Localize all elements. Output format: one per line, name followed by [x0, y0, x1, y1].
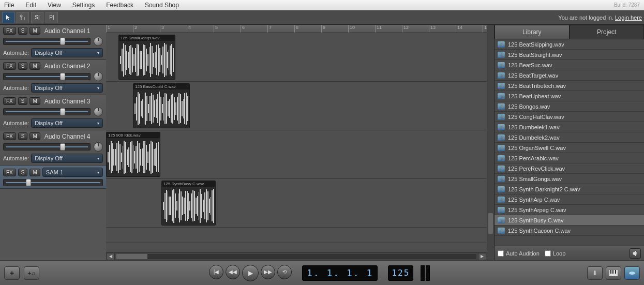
automate-label: Automate: — [3, 120, 29, 126]
solo-button[interactable]: S — [18, 62, 28, 70]
track-row[interactable]: 125 BassCupid C.wav — [106, 82, 487, 130]
fx-button[interactable]: FX — [3, 27, 16, 35]
volume-slider[interactable] — [3, 73, 91, 80]
pan-knob[interactable] — [94, 37, 103, 46]
channel-name[interactable]: Audio Channel 3 — [44, 98, 91, 105]
library-item[interactable]: 125 BeatStraight.wav — [495, 50, 644, 60]
channel-name[interactable]: Audio Channel 2 — [44, 63, 91, 70]
menu-view[interactable]: View — [48, 2, 61, 9]
volume-slider[interactable] — [3, 143, 91, 151]
piano-button[interactable] — [606, 266, 621, 280]
forward-button[interactable]: ▶▶ — [261, 265, 275, 279]
track-row[interactable]: 125 909 Kick.wav — [106, 130, 487, 179]
scroll-left-icon[interactable]: ◀ — [107, 253, 115, 260]
library-item[interactable]: 125 SmallGongs.wav — [495, 174, 644, 184]
audio-clip[interactable]: 125 SmallGongs.wav — [118, 35, 175, 80]
tool-draw[interactable]: P| — [46, 12, 58, 23]
track-row[interactable]: 125 SynthBusy C.wav — [106, 179, 487, 228]
mute-button[interactable]: M — [29, 97, 40, 105]
vertical-scrollbar[interactable] — [487, 25, 494, 260]
loop-button[interactable]: ⟲ — [277, 265, 292, 279]
horizontal-scrollbar[interactable]: ◀ ▶ — [106, 252, 487, 260]
fx-button[interactable]: FX — [3, 169, 16, 176]
solo-button[interactable]: S — [18, 97, 28, 105]
library-item[interactable]: 125 BeatUpbeat.wav — [495, 91, 644, 101]
audio-clip[interactable]: 125 909 Kick.wav — [106, 132, 160, 177]
menu-file[interactable]: File — [4, 2, 14, 9]
menu-edit[interactable]: Edit — [25, 2, 36, 9]
volume-slider[interactable] — [3, 108, 91, 115]
vscroll-thumb[interactable] — [488, 213, 493, 234]
library-item[interactable]: 125 Dumbelek2.wav — [495, 132, 644, 143]
channel-name[interactable]: Audio Channel 4 — [44, 133, 91, 140]
library-item[interactable]: 125 SynthArpeg C.wav — [495, 205, 644, 215]
mute-button[interactable]: M — [29, 169, 40, 176]
library-item[interactable]: 125 SynthArp C.wav — [495, 194, 644, 205]
library-item[interactable]: 125 SynthBusy C.wav — [495, 215, 644, 226]
tempo-display[interactable]: 125 — [388, 265, 413, 281]
library-item[interactable]: 125 CongHatClav.wav — [495, 112, 644, 122]
fx-button[interactable]: FX — [3, 97, 16, 105]
scroll-right-icon[interactable]: ▶ — [478, 253, 486, 260]
volume-slider[interactable] — [3, 38, 91, 45]
fx-button[interactable]: FX — [3, 132, 16, 140]
fx-button[interactable]: FX — [3, 62, 16, 70]
volume-slider[interactable] — [3, 179, 103, 186]
library-item[interactable]: 125 OrganSwell C.wav — [495, 143, 644, 153]
library-item[interactable]: 125 PercRevClick.wav — [495, 163, 644, 174]
position-display[interactable]: 1. 1. 1. 1 — [302, 265, 378, 281]
library-item[interactable]: 125 PercArabic.wav — [495, 153, 644, 163]
track-row[interactable] — [106, 228, 487, 243]
mute-button[interactable]: M — [29, 132, 40, 140]
library-item[interactable]: 125 Dumbelek1.wav — [495, 122, 644, 132]
speaker-icon[interactable] — [630, 248, 641, 259]
automate-select[interactable]: Display Off — [31, 48, 103, 57]
login-link[interactable]: Login here — [615, 14, 642, 21]
tracks-area[interactable]: 125 SmallGongs.wav125 BassCupid C.wav125… — [106, 33, 487, 252]
pan-knob[interactable] — [94, 72, 103, 81]
timeline-ruler[interactable]: 123456789101112131415 — [106, 25, 487, 33]
library-item[interactable]: 125 BeatTarget.wav — [495, 70, 644, 81]
automate-select[interactable]: Display Off — [31, 154, 103, 163]
instrument-select[interactable]: SAM-1 — [42, 168, 103, 177]
pan-knob[interactable] — [94, 142, 103, 152]
solo-button[interactable]: S — [18, 27, 28, 35]
automate-select[interactable]: Display Off — [31, 83, 103, 93]
menu-sound-shop[interactable]: Sound Shop — [145, 2, 179, 9]
pan-knob[interactable] — [94, 107, 103, 116]
library-list[interactable]: 125 BeatSkipping.wav125 BeatStraight.wav… — [495, 39, 644, 246]
solo-button[interactable]: S — [18, 169, 28, 176]
tool-split[interactable]: S| — [31, 12, 43, 23]
rewind-start-button[interactable]: |◀ — [209, 265, 223, 279]
track-row[interactable]: 125 SmallGongs.wav — [106, 33, 487, 82]
rewind-button[interactable]: ◀◀ — [226, 265, 240, 279]
download-button[interactable]: ⬇ — [587, 266, 603, 280]
scroll-thumb[interactable] — [116, 254, 147, 259]
auto-audition-checkbox[interactable]: Auto Audition — [498, 250, 540, 257]
library-item[interactable]: 125 BeatTribetech.wav — [495, 81, 644, 91]
tab-library[interactable]: Library — [495, 25, 570, 39]
library-item[interactable]: 125 Synth Darknight2 C.wav — [495, 184, 644, 194]
mute-button[interactable]: M — [29, 62, 40, 70]
tab-project[interactable]: Project — [570, 25, 645, 39]
library-item[interactable]: 125 BeatSuc.wav — [495, 60, 644, 70]
automate-select[interactable]: Display Off — [31, 118, 103, 128]
library-item[interactable]: 125 BeatSkipping.wav — [495, 39, 644, 50]
solo-button[interactable]: S — [18, 132, 28, 140]
audio-clip[interactable]: 125 BassCupid C.wav — [133, 83, 190, 128]
loop-checkbox[interactable]: Loop — [545, 250, 565, 257]
library-item[interactable]: 125 SynthCacoon C.wav — [495, 226, 644, 236]
play-button[interactable]: ▶ — [242, 265, 259, 281]
menu-feedback[interactable]: Feedback — [106, 2, 133, 9]
menu-settings[interactable]: Settings — [72, 2, 95, 9]
library-item[interactable]: 125 Bongos.wav — [495, 101, 644, 112]
add-track-button[interactable]: + — [4, 266, 20, 280]
audio-clip[interactable]: 125 SynthBusy C.wav — [161, 181, 216, 226]
tool-pointer[interactable] — [2, 12, 14, 23]
tool-tuning[interactable] — [17, 12, 29, 23]
mute-button[interactable]: M — [29, 27, 40, 35]
mixer-button[interactable] — [624, 266, 640, 280]
channel-name[interactable]: Audio Channel 1 — [44, 27, 91, 35]
add-instrument-button[interactable]: +♫ — [24, 266, 39, 280]
scroll-track[interactable] — [116, 254, 476, 259]
